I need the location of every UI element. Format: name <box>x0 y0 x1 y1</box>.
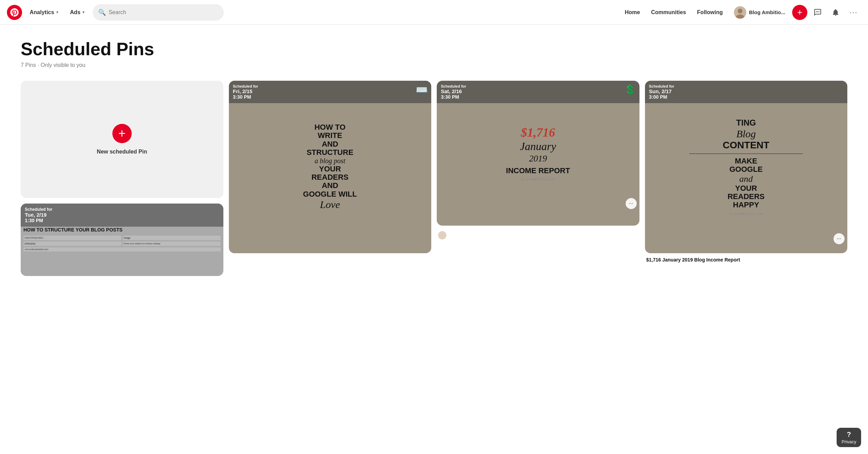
main-content: Scheduled Pins 7 Pins · Only visible to … <box>0 25 868 290</box>
search-icon: 🔍 <box>98 9 106 16</box>
profile-button[interactable]: Blog Ambitio... <box>730 4 789 21</box>
svg-point-5 <box>819 11 820 12</box>
messages-button[interactable] <box>810 5 825 20</box>
analytics-nav[interactable]: Analytics ▼ <box>26 7 62 18</box>
scheduled-date-1: Fri, 2/15 <box>233 88 427 94</box>
scheduled-for-label: Scheduled for <box>25 207 219 212</box>
svg-point-3 <box>816 11 817 12</box>
scheduled-overlay-3: Scheduled for Sun, 2/17 3:00 PM <box>645 81 848 103</box>
ads-label: Ads <box>70 9 80 16</box>
svg-point-4 <box>817 11 818 12</box>
more-options-button[interactable]: ··· <box>846 5 861 20</box>
pinterest-logo[interactable] <box>7 5 22 20</box>
scheduled-for-label-1: Scheduled for <box>233 84 427 88</box>
search-input[interactable] <box>109 9 218 16</box>
communities-nav[interactable]: Communities <box>647 7 690 18</box>
notifications-button[interactable] <box>828 5 843 20</box>
pin-author-avatar-2 <box>438 231 446 239</box>
pin-more-button-2[interactable]: ··· <box>626 198 637 209</box>
pin-image-2: Scheduled for Sat, 2/16 3:30 PM 💲 $1,716… <box>437 81 639 226</box>
pin-card-1[interactable]: Scheduled for Fri, 2/15 3:30 PM ⌨️ HOW T… <box>229 81 432 253</box>
svg-point-6 <box>438 231 446 239</box>
pin-card-2[interactable]: Scheduled for Sat, 2/16 3:30 PM 💲 $1,716… <box>437 81 639 241</box>
pin-meta-3: $1,716 January 2019 Blog Income Report <box>645 253 848 264</box>
pin-grid: + New scheduled Pin Scheduled for Tue, 2… <box>21 81 847 276</box>
pin-card-col1-bottom[interactable]: Scheduled for Tue, 2/19 1:30 PM HOW TO S… <box>21 204 223 276</box>
pin-image-1: Scheduled for Fri, 2/15 3:30 PM ⌨️ HOW T… <box>229 81 432 253</box>
scheduled-overlay-1: Scheduled for Fri, 2/15 3:30 PM ⌨️ <box>229 81 432 103</box>
add-button[interactable]: + <box>792 5 807 20</box>
scheduled-time-1: 3:30 PM <box>233 94 427 100</box>
pin-meta-title-3: $1,716 January 2019 Blog Income Report <box>646 257 846 263</box>
scheduled-date: Tue, 2/19 <box>25 212 219 218</box>
pin-card-3[interactable]: Scheduled for Sun, 2/17 3:00 PM TING Blo… <box>645 81 848 264</box>
analytics-chevron-icon: ▼ <box>55 10 59 14</box>
new-scheduled-pin-card[interactable]: + New scheduled Pin <box>21 81 223 198</box>
scheduled-overlay-col1: Scheduled for Tue, 2/19 1:30 PM <box>21 204 223 227</box>
ads-nav[interactable]: Ads ▼ <box>67 7 89 18</box>
search-bar[interactable]: 🔍 <box>93 4 224 21</box>
typewriter-icon: ⌨️ <box>416 84 428 96</box>
pin-content-1: HOW TO WRITE AND STRUCTURE a blog post Y… <box>229 81 432 253</box>
header: Analytics ▼ Ads ▼ 🔍 Home Communities Fol… <box>0 0 868 25</box>
pin-meta-2 <box>437 226 639 241</box>
new-pin-label: New scheduled Pin <box>97 149 147 155</box>
scheduled-time: 1:30 PM <box>25 218 219 223</box>
nav-right: Home Communities Following Blog Ambitio.… <box>620 4 861 21</box>
svg-point-1 <box>738 9 743 13</box>
home-nav[interactable]: Home <box>620 7 644 18</box>
pin-content-3: TING Blog CONTENT MAKE GOOGLE and YOUR R… <box>645 81 848 253</box>
pin-meta-source-2 <box>438 231 638 239</box>
profile-name: Blog Ambitio... <box>749 9 785 15</box>
dollar-icon: 💲 <box>624 84 636 96</box>
pin-more-button-3[interactable]: ··· <box>834 233 845 244</box>
add-pin-button[interactable]: + <box>112 124 132 143</box>
pin-image-3: Scheduled for Sun, 2/17 3:00 PM TING Blo… <box>645 81 848 253</box>
scheduled-overlay-2: Scheduled for Sat, 2/16 3:30 PM 💲 <box>437 81 639 103</box>
avatar <box>734 6 746 19</box>
following-nav[interactable]: Following <box>693 7 727 18</box>
ads-chevron-icon: ▼ <box>82 10 85 14</box>
analytics-label: Analytics <box>30 9 54 16</box>
column-1: + New scheduled Pin Scheduled for Tue, 2… <box>21 81 223 276</box>
page-subtitle: 7 Pins · Only visible to you <box>21 62 847 68</box>
page-title: Scheduled Pins <box>21 39 847 59</box>
